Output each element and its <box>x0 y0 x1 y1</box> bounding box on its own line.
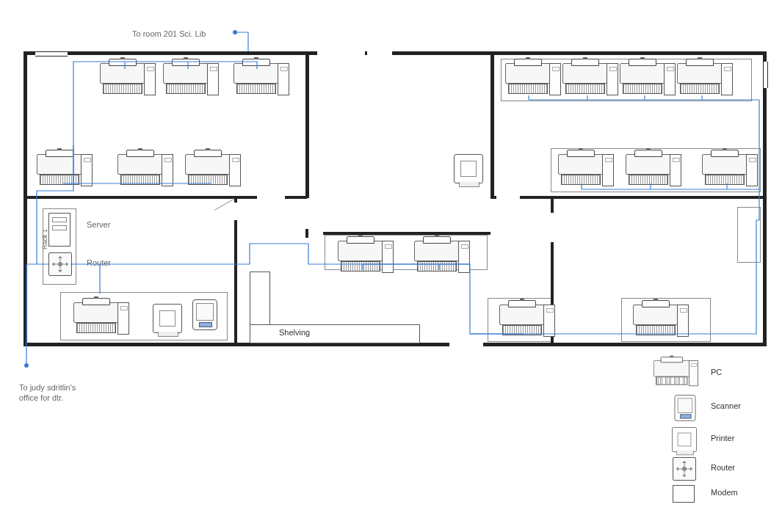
legend-modem-icon <box>673 485 695 503</box>
pc <box>338 241 389 276</box>
legend-modem-label: Modem <box>711 488 738 497</box>
pc <box>562 63 614 98</box>
pc <box>117 154 169 189</box>
pc <box>677 63 728 98</box>
server-label: Server <box>87 220 110 229</box>
pc <box>558 154 609 189</box>
legend: PC Scanner Printer Router Modem <box>654 363 778 507</box>
legend-scanner-icon <box>675 395 696 421</box>
door-server-arc <box>214 198 234 211</box>
wall-right <box>763 51 767 346</box>
wall-left <box>23 51 27 346</box>
svg-point-0 <box>233 30 237 34</box>
door-lower-right <box>551 213 554 242</box>
window-right <box>763 62 768 88</box>
printer-server <box>153 304 182 333</box>
scanner-server <box>192 299 217 330</box>
door-lab2-left <box>496 196 520 199</box>
pc <box>100 63 151 98</box>
center-desk-top <box>323 232 490 235</box>
floorplan-canvas: Shelving Rack 1 Server Router <box>0 0 782 532</box>
label-to-office-l1: To judy sdritlin's <box>19 383 76 392</box>
wall-mid-h <box>23 196 236 199</box>
legend-router-label: Router <box>711 463 735 472</box>
pc <box>73 302 125 338</box>
printer-hall <box>454 154 483 183</box>
opening-top-2 <box>367 51 392 55</box>
wall-center-stub <box>305 229 308 238</box>
server-icon <box>48 213 70 247</box>
pc <box>505 63 557 98</box>
svg-point-1 <box>24 363 29 368</box>
shelving-label: Shelving <box>279 328 310 337</box>
rack-label: Rack 1 <box>41 229 48 249</box>
opening-top-1 <box>317 51 365 55</box>
cabinet-lowright <box>737 207 761 263</box>
legend-printer-icon <box>672 427 697 452</box>
legend-scanner-label: Scanner <box>711 401 741 410</box>
shelving-horiz <box>250 324 420 343</box>
pc <box>185 154 236 189</box>
pc <box>499 305 551 340</box>
router-icon <box>48 252 72 276</box>
router-label: Router <box>87 258 111 267</box>
legend-printer-label: Printer <box>711 434 734 442</box>
wall-lab2-left <box>490 51 494 198</box>
label-to-room: To room 201 Sci. Lib <box>132 29 206 38</box>
door-server <box>234 203 237 220</box>
pc <box>633 305 684 340</box>
wall-mid-h2 <box>490 196 767 199</box>
legend-pc-label: PC <box>711 368 722 376</box>
wall-lab1-right <box>305 51 309 198</box>
pc <box>414 241 466 276</box>
opening-bottom <box>449 343 483 346</box>
pc <box>163 63 214 98</box>
pc <box>626 154 677 189</box>
legend-pc-icon <box>654 360 695 388</box>
pc <box>620 63 671 98</box>
pc <box>702 154 753 189</box>
legend-router-icon <box>673 457 696 481</box>
pc <box>37 154 88 189</box>
window-top-left <box>35 51 68 57</box>
wall-top <box>23 51 767 55</box>
pc <box>233 63 285 98</box>
label-to-office-l2: office for dtr. <box>19 393 63 402</box>
door-lab1-bot <box>257 196 285 199</box>
